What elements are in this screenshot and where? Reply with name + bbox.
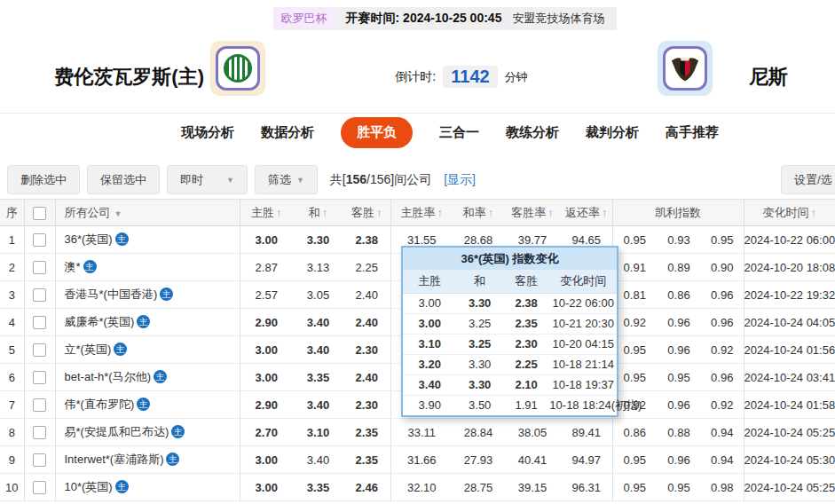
company-cell[interactable]: Interwet*(塞浦路斯)主 [55, 446, 240, 474]
row-checkbox-cell [24, 474, 55, 501]
away-rate: 40.41 [504, 446, 561, 474]
company-cell[interactable]: 易*(安提瓜和巴布达)主 [55, 419, 240, 446]
odds-comparison-page: 欧罗巴杯 开赛时间: 2024-10-25 00:45 安盟竞技场体育场 费伦茨… [0, 0, 835, 504]
company-cell[interactable]: 伟*(直布罗陀)主 [55, 391, 240, 419]
home-odds[interactable]: 3.00 [240, 474, 293, 501]
header-change-time[interactable]: 变化时间↑ [744, 200, 835, 226]
chevron-down-icon: ▼ [226, 176, 234, 185]
company-name[interactable]: 香港马*(中国香港) [65, 287, 158, 301]
company-cell[interactable]: 10*(英国)主 [55, 474, 240, 501]
home-rate: 33.11 [390, 419, 453, 446]
home-odds[interactable]: 3.00 [240, 364, 293, 391]
draw-odds[interactable]: 3.10 [293, 419, 343, 446]
home-odds[interactable]: 2.90 [240, 309, 293, 336]
draw-odds[interactable]: 3.05 [293, 281, 343, 309]
kickoff-time: 开赛时间: 2024-10-25 00:45 [346, 11, 502, 27]
header-home-rate[interactable]: 主胜率↑ [390, 200, 453, 226]
tab-referee-analysis[interactable]: 裁判分析 [586, 124, 639, 141]
away-team-logo [658, 41, 713, 96]
header-away-odds[interactable]: 客胜↑ [343, 200, 390, 226]
away-odds[interactable]: 2.35 [343, 446, 390, 474]
company-name[interactable]: Interwet*(塞浦路斯) [65, 453, 164, 466]
row-checkbox[interactable] [33, 261, 46, 274]
away-odds[interactable]: 2.40 [343, 309, 390, 336]
header-company[interactable]: 所有公司▼ [55, 200, 240, 226]
instant-dropdown[interactable]: 即时 ▼ [167, 165, 248, 194]
row-checkbox[interactable] [33, 398, 46, 412]
draw-odds[interactable]: 3.40 [293, 336, 343, 364]
away-logo-frame [663, 46, 707, 91]
company-name[interactable]: 10*(英国) [65, 480, 113, 493]
popup-header-home: 主胜 [403, 270, 457, 293]
company-name[interactable]: 威廉希*(英国) [65, 315, 135, 328]
home-odds[interactable]: 2.87 [240, 254, 293, 281]
away-odds[interactable]: 2.25 [343, 254, 390, 281]
home-odds[interactable]: 3.00 [240, 446, 293, 474]
draw-odds[interactable]: 3.13 [293, 254, 343, 281]
home-team-name: 费伦茨瓦罗斯(主) [0, 64, 204, 91]
header-time-label: 变化时间 [763, 206, 809, 219]
tab-coach-analysis[interactable]: 教练分析 [506, 124, 559, 141]
popup-away-odds: 2.38 [503, 293, 549, 313]
away-odds[interactable]: 2.40 [343, 281, 390, 309]
row-checkbox[interactable] [33, 233, 46, 247]
row-checkbox[interactable] [33, 453, 46, 467]
draw-odds[interactable]: 3.30 [293, 226, 343, 254]
home-odds[interactable]: 2.90 [240, 391, 293, 419]
tab-data-analysis[interactable]: 数据分析 [261, 124, 314, 141]
draw-odds[interactable]: 3.40 [293, 309, 343, 336]
company-name[interactable]: 澳* [65, 260, 81, 273]
popup-title: 36*(英国) 指数变化 [403, 248, 617, 270]
row-checkbox[interactable] [33, 426, 46, 439]
away-odds[interactable]: 2.38 [343, 226, 390, 254]
away-odds[interactable]: 2.46 [343, 474, 390, 501]
header-home-odds[interactable]: 主胜↑ [240, 200, 293, 226]
tab-live-analysis[interactable]: 现场分析 [181, 124, 234, 141]
delete-selected-button[interactable]: 删除选中 [7, 165, 80, 194]
filter-dropdown[interactable]: 筛选 ▼ [255, 165, 318, 194]
company-name[interactable]: 立*(英国) [65, 343, 112, 356]
company-name[interactable]: 伟*(直布罗陀) [65, 398, 135, 411]
row-checkbox[interactable] [33, 343, 46, 357]
away-odds[interactable]: 2.40 [343, 364, 390, 391]
row-checkbox[interactable] [33, 481, 46, 494]
header-payout-rate[interactable]: 返还率↑ [561, 200, 612, 226]
select-all-checkbox[interactable] [33, 207, 46, 220]
draw-rate: 28.75 [453, 474, 504, 501]
settings-button[interactable]: 设置/选 [781, 165, 835, 194]
draw-odds[interactable]: 3.40 [293, 446, 343, 474]
show-link[interactable]: [显示] [444, 172, 476, 188]
header-draw-odds[interactable]: 和↑ [293, 200, 343, 226]
keep-selected-button[interactable]: 保留选中 [87, 165, 160, 194]
row-checkbox[interactable] [33, 316, 46, 329]
tab-expert-picks[interactable]: 高手推荐 [666, 124, 719, 141]
company-name[interactable]: 36*(英国) [65, 232, 113, 246]
company-cell[interactable]: 威廉希*(英国)主 [55, 309, 240, 336]
company-cell[interactable]: 香港马*(中国香港)主 [55, 281, 240, 309]
tab-win-draw-lose[interactable]: 胜平负 [341, 117, 413, 148]
header-away-rate[interactable]: 客胜率↑ [504, 200, 561, 226]
company-cell[interactable]: 澳*主 [55, 254, 240, 281]
company-cell[interactable]: bet-at-h*(马尔他)主 [55, 364, 240, 391]
draw-rate: 27.93 [453, 446, 504, 474]
company-name[interactable]: bet-at-h*(马尔他) [65, 370, 152, 383]
popup-draw-odds: 3.30 [457, 354, 503, 374]
kelly-value: 0.96 [701, 309, 744, 336]
row-checkbox[interactable] [33, 288, 46, 302]
home-odds[interactable]: 3.00 [240, 336, 293, 364]
away-odds[interactable]: 2.35 [343, 419, 390, 446]
home-odds[interactable]: 2.70 [240, 419, 293, 446]
draw-odds[interactable]: 3.35 [293, 474, 343, 501]
draw-odds[interactable]: 3.35 [293, 364, 343, 391]
home-odds[interactable]: 2.57 [240, 281, 293, 309]
away-odds[interactable]: 2.30 [343, 391, 390, 419]
header-draw-rate[interactable]: 和率↑ [453, 200, 504, 226]
draw-odds[interactable]: 3.40 [293, 391, 343, 419]
company-cell[interactable]: 立*(英国)主 [55, 336, 240, 364]
company-name[interactable]: 易*(安提瓜和巴布达) [65, 425, 169, 438]
row-checkbox[interactable] [33, 371, 46, 384]
tab-three-in-one[interactable]: 三合一 [439, 124, 479, 141]
away-odds[interactable]: 2.30 [343, 336, 390, 364]
company-cell[interactable]: 36*(英国)主 [55, 226, 240, 254]
home-odds[interactable]: 3.00 [240, 226, 293, 254]
